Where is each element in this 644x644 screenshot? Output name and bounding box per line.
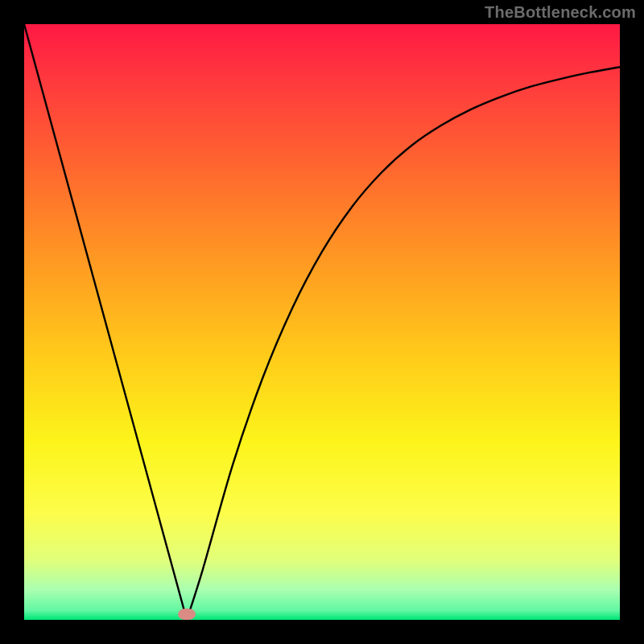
curve-svg: [24, 24, 620, 620]
bottleneck-curve: [24, 24, 620, 620]
attribution-text: TheBottleneck.com: [485, 3, 636, 22]
optimum-marker: [178, 609, 196, 620]
plot-area: [24, 24, 620, 620]
outer-frame: TheBottleneck.com: [0, 0, 644, 644]
